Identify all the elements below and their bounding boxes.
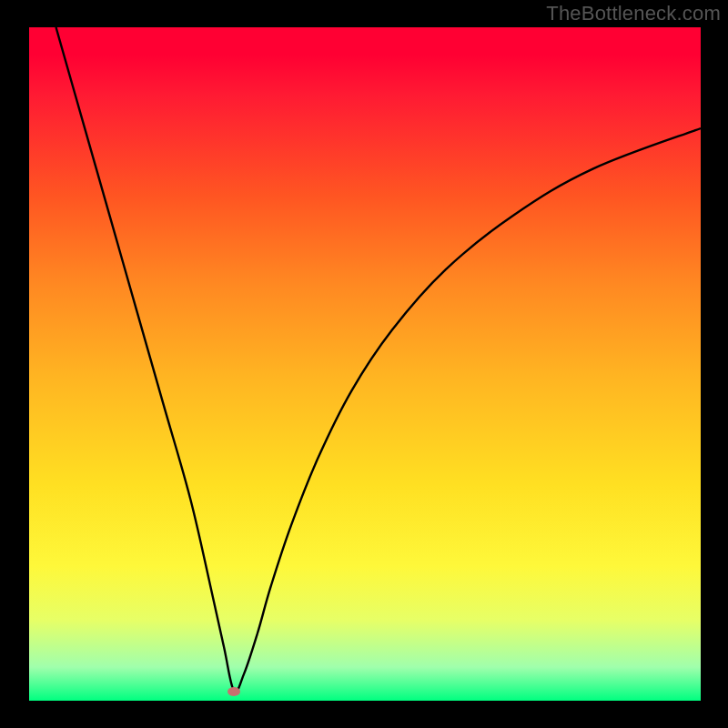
curve-svg [29,27,701,701]
plot-area [29,27,701,701]
optimum-marker [228,687,240,696]
chart-frame: TheBottleneck.com [0,0,728,728]
watermark-text: TheBottleneck.com [546,2,721,25]
bottleneck-curve [56,27,701,692]
